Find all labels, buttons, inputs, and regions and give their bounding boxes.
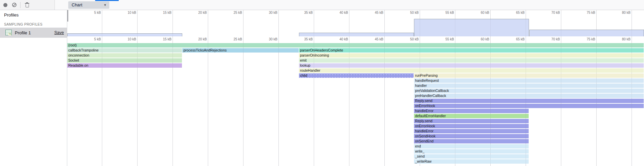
overview-axis-tick-label: 65 kB (504, 11, 525, 14)
flame-bar[interactable]: lookup (299, 63, 644, 68)
flame-bar[interactable]: end (414, 144, 529, 148)
profile-icon-percent: % (8, 33, 11, 35)
save-link[interactable]: Save (54, 30, 64, 35)
flame-bar[interactable]: parserOnHeadersComplete (299, 48, 644, 53)
flame-bar[interactable]: processTicksAndRejections (182, 48, 299, 53)
flame-bar[interactable]: preValidationCallback (414, 89, 644, 93)
profile-name: Profile 1 (15, 30, 31, 35)
overview-axis-tick-label: 30 kB (257, 11, 277, 14)
gridline (208, 10, 208, 166)
main-axis-tick-label: 35 kB (293, 37, 313, 41)
sampling-profiles-header: SAMPLING PROFILES (4, 22, 42, 26)
flame-bar[interactable]: _writeRaw (414, 159, 529, 164)
gridline (243, 10, 243, 166)
flame-bar[interactable]: onSendEnd (414, 139, 529, 143)
toolbar-separator (20, 2, 21, 8)
flame-bar[interactable]: onSendHook (414, 134, 529, 138)
main-axis-tick-label: 75 kB (575, 37, 595, 41)
overview-area-segment[interactable] (414, 19, 529, 36)
overview-area-segment[interactable] (529, 30, 644, 36)
overview-axis-tick-label: 5 kB (81, 11, 101, 14)
flame-bar[interactable]: emit (299, 58, 644, 63)
main-axis-tick-label: 50 kB (399, 37, 419, 41)
overview-area-segment[interactable] (67, 33, 182, 36)
sidebar-title: Profiles (4, 12, 18, 18)
record-icon[interactable] (3, 3, 7, 7)
main-axis-tick-label: 80 kB (610, 37, 631, 41)
clear-icon[interactable] (12, 3, 16, 7)
overview-axis-tick-label: 45 kB (363, 11, 383, 14)
overview-axis-tick-label: 55 kB (434, 11, 454, 14)
main-axis-tick-label: 60 kB (469, 37, 489, 41)
overview-axis-tick-label: 35 kB (293, 11, 313, 14)
flame-bar[interactable]: preHandlerCallback (414, 94, 644, 98)
trash-icon-body (26, 4, 29, 7)
flame-bar[interactable]: handleError (414, 109, 529, 113)
toolbar: Chart ▼ (0, 0, 644, 10)
flame-bar[interactable]: runPreParsing (414, 73, 644, 78)
overview-axis-tick-label: 15 kB (151, 11, 172, 14)
overview-axis-tick-label: 20 kB (187, 11, 207, 14)
main-axis-tick-label: 20 kB (187, 37, 207, 41)
flame-bar[interactable]: Readable.on (67, 63, 182, 68)
main-axis-tick-label: 55 kB (434, 37, 454, 41)
gridline (278, 10, 279, 166)
flame-bar[interactable]: defaultErrorHandler (414, 114, 529, 118)
main-axis-tick-label: 45 kB (363, 37, 383, 41)
chart-type-dropdown[interactable]: Chart ▼ (68, 1, 109, 9)
flame-bar[interactable]: handleRequest (414, 78, 644, 83)
flame-bar[interactable]: parserOnIncoming (299, 53, 644, 58)
main-axis-tick-label: 40 kB (328, 37, 348, 41)
flame-bar[interactable]: write_ (414, 149, 529, 154)
flame-bar[interactable]: onErrorHook (414, 124, 529, 128)
flame-bar[interactable]: callbackTrampoline (67, 48, 182, 53)
flame-bar[interactable]: routeHandler (299, 68, 644, 73)
main-axis-tick-label: 70 kB (540, 37, 560, 41)
main-axis-tick-label: 15 kB (151, 37, 172, 41)
chevron-down-icon: ▼ (104, 3, 107, 7)
main-axis-tick-label: 25 kB (222, 37, 242, 41)
flame-bar[interactable]: Reply.send (414, 119, 529, 123)
main-axis-tick-label: 30 kB (257, 37, 277, 41)
main-axis-tick-label: 5 kB (81, 37, 101, 41)
flame-bar[interactable]: onErrorHook (414, 104, 644, 108)
trash-icon-lid (25, 3, 29, 4)
flame-bar[interactable]: _send (414, 154, 529, 159)
profile-icon: % (5, 30, 12, 35)
overview-axis-tick-label: 50 kB (399, 11, 419, 14)
main-axis-tick-label: 65 kB (504, 37, 525, 41)
profile-list-item[interactable]: % Profile 1 Save (0, 28, 67, 38)
flame-bar[interactable]: child (299, 73, 414, 78)
overview-axis-tick-label: 10 kB (116, 11, 136, 14)
flame-chart-pane: 5 kB5 kB10 kB10 kB15 kB15 kB20 kB20 kB25… (67, 10, 644, 166)
overview-axis-tick-label: 80 kB (610, 11, 631, 14)
overview-axis-tick-label: 75 kB (575, 11, 595, 14)
memory-profiler-panel: Chart ▼ Profiles SAMPLING PROFILES % Pro… (0, 0, 644, 166)
flame-bar[interactable]: Socket (67, 58, 182, 63)
overview-axis-tick-label: 70 kB (540, 11, 560, 14)
overview-area-segment[interactable] (299, 33, 414, 36)
profiles-sidebar: Profiles SAMPLING PROFILES % Profile 1 S… (0, 10, 67, 166)
active-tab-indicator (95, 0, 119, 1)
main-axis-tick-label: 10 kB (116, 37, 136, 41)
vertical-scrollbar-thumb[interactable] (67, 10, 68, 22)
toolbar-icon-section (0, 0, 55, 10)
flame-bar[interactable]: handler (414, 84, 644, 88)
overview-axis-tick-label: 25 kB (222, 11, 242, 14)
flame-bar[interactable]: (root) (67, 43, 644, 47)
overview-axis-tick-label: 60 kB (469, 11, 489, 14)
chart-type-dropdown-label: Chart (72, 2, 82, 7)
flame-bar[interactable]: Reply.send (414, 99, 644, 103)
flame-bar[interactable]: handleError (414, 129, 529, 133)
trash-icon[interactable] (25, 2, 29, 8)
overview-axis-tick-label: 40 kB (328, 11, 348, 14)
flame-bar[interactable]: onconnection (67, 53, 182, 58)
